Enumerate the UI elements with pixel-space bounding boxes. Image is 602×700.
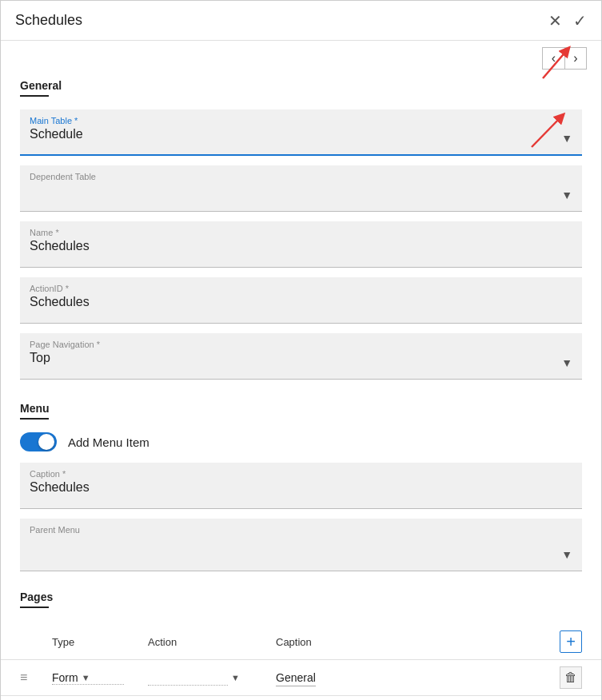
parent-menu-dropdown-arrow[interactable]: ▼ <box>561 548 572 561</box>
dialog-title: Schedules <box>15 12 82 29</box>
parent-menu-field-group: Parent Menu ▼ <box>20 519 582 571</box>
parent-menu-label: Parent Menu <box>30 525 572 535</box>
drag-handle-icon[interactable]: ≡ <box>20 670 27 685</box>
menu-section: Menu Add Menu Item Caption * Schedules P <box>1 392 601 571</box>
col-type-header: Type <box>52 636 148 648</box>
page-nav-label: Page Navigation * <box>30 340 572 349</box>
main-table-value: Schedule <box>30 127 83 141</box>
action-id-value: Schedules <box>30 295 90 308</box>
name-value: Schedules <box>30 239 90 253</box>
action-id-field[interactable]: ActionID * Schedules <box>20 277 582 324</box>
menu-section-underline <box>20 418 49 420</box>
dialog-header: Schedules ✕ ✓ <box>1 1 601 41</box>
name-label: Name * <box>30 228 572 237</box>
dependent-table-field-group: Dependent Table ▼ <box>20 165 582 212</box>
nav-prev-button[interactable]: ‹ <box>542 47 564 70</box>
general-section-underline <box>20 95 49 97</box>
general-section: General Main Table * Schedule ▼ <box>1 70 601 380</box>
page-nav-dropdown-arrow[interactable]: ▼ <box>561 356 572 369</box>
header-icons: ✕ ✓ <box>548 13 587 29</box>
page-nav-field-group: Page Navigation * Top ▼ <box>20 333 582 380</box>
check-icon[interactable]: ✓ <box>573 13 587 29</box>
main-table-field-group: Main Table * Schedule ▼ <box>20 109 582 156</box>
caption-value: Schedules <box>30 480 90 494</box>
row-caption-value: General <box>276 671 316 686</box>
pages-label-container: Pages <box>1 591 601 624</box>
name-field-group: Name * Schedules <box>20 221 582 268</box>
row-action-select[interactable]: ▼ <box>148 670 244 686</box>
row-action-line <box>148 670 228 686</box>
row-type-arrow[interactable]: ▼ <box>82 673 90 682</box>
action-id-label: ActionID * <box>30 284 572 293</box>
dependent-table-label: Dependent Table <box>30 172 572 181</box>
dependent-table-field[interactable]: Dependent Table ▼ <box>20 165 582 212</box>
toggle-row: Add Menu Item <box>20 432 582 451</box>
caption-field-group: Caption * Schedules <box>20 463 582 509</box>
row-caption-cell: General <box>276 671 560 684</box>
col-caption-header: Caption <box>276 636 560 648</box>
caption-field[interactable]: Caption * Schedules <box>20 463 582 509</box>
close-icon[interactable]: ✕ <box>548 13 562 29</box>
toggle-knob <box>38 434 54 450</box>
action-id-field-group: ActionID * Schedules <box>20 277 582 324</box>
caption-label: Caption * <box>30 469 572 479</box>
add-menu-item-toggle[interactable] <box>20 432 57 451</box>
add-menu-item-label: Add Menu Item <box>68 436 150 449</box>
drag-handle-container: ≡ <box>20 670 52 685</box>
main-table-label: Main Table * <box>30 116 572 125</box>
dependent-table-dropdown-arrow[interactable]: ▼ <box>561 189 572 201</box>
general-section-label: General <box>20 79 582 92</box>
name-field[interactable]: Name * Schedules <box>20 221 582 268</box>
row-type-select[interactable]: Form ▼ <box>52 671 124 685</box>
dialog-body: ‹ › General Main Table * Schedule <box>1 41 601 700</box>
col-action-header: Action <box>148 636 276 648</box>
row-type-cell: Form ▼ <box>52 671 148 685</box>
page-nav-field[interactable]: Page Navigation * Top ▼ <box>20 333 582 380</box>
parent-menu-field[interactable]: Parent Menu ▼ <box>20 519 582 571</box>
pages-section-underline <box>20 607 49 608</box>
main-table-dropdown-arrow[interactable]: ▼ <box>561 132 572 145</box>
nav-arrows-container: ‹ › <box>1 41 601 70</box>
nav-next-button[interactable]: › <box>564 47 587 70</box>
pages-table-header: Type Action Caption + <box>1 624 601 660</box>
row-delete-button[interactable]: 🗑 <box>560 666 582 689</box>
row-type-value: Form <box>52 671 78 684</box>
add-page-button[interactable]: + <box>560 630 582 653</box>
row-action-cell: ▼ <box>148 670 276 686</box>
pages-section: Pages Type Action Caption + ≡ <box>1 584 601 696</box>
menu-section-label: Menu <box>20 402 582 415</box>
row-delete-container: 🗑 <box>560 666 582 689</box>
pages-section-label: Pages <box>20 591 582 603</box>
row-action-arrow[interactable]: ▼ <box>231 673 240 682</box>
table-row: ≡ Form ▼ ▼ General <box>1 660 601 696</box>
page-nav-value: Top <box>30 351 50 364</box>
main-table-field[interactable]: Main Table * Schedule ▼ <box>20 109 582 156</box>
add-page-button-container: + <box>560 630 582 653</box>
delete-icon: 🗑 <box>564 670 577 685</box>
dialog: Schedules ✕ ✓ ‹ › General <box>0 0 602 700</box>
